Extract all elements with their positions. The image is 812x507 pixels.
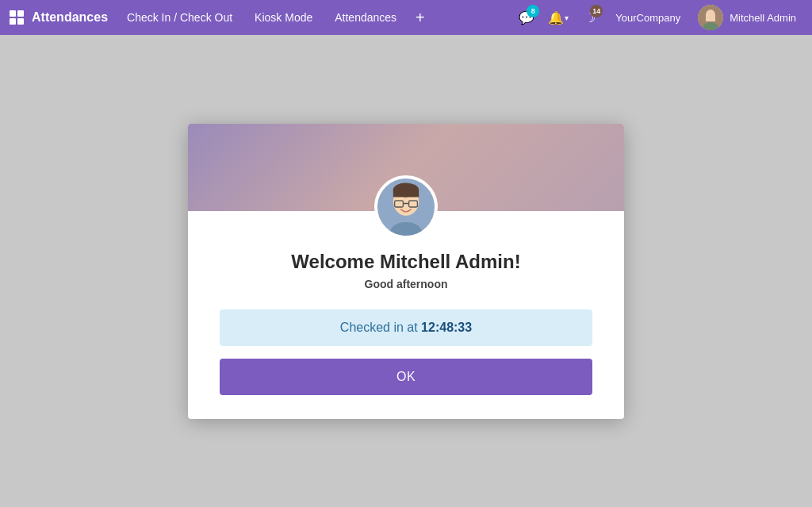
chat-icon-button[interactable]: 💬 8	[512, 3, 541, 32]
moon-badge: 14	[590, 5, 603, 17]
app-title: Attendances	[32, 10, 108, 25]
company-name[interactable]: YourCompany	[607, 12, 688, 24]
user-avatar	[374, 175, 438, 239]
moon-icon-button[interactable]: ☽ 14	[576, 3, 604, 32]
nav-logo[interactable]: Attendances	[10, 10, 108, 25]
bell-icon: 🔔	[548, 10, 564, 25]
navbar: Attendances Check In / Check Out Kiosk M…	[0, 0, 812, 35]
chevron-down-icon	[565, 13, 569, 22]
modal-body: Welcome Mitchell Admin! Good afternoon C…	[188, 211, 624, 419]
modal-header	[188, 124, 624, 211]
modal-card: Welcome Mitchell Admin! Good afternoon C…	[188, 124, 624, 419]
checkin-bar: Checked in at 12:48:33	[220, 309, 592, 346]
apps-icon	[10, 10, 24, 25]
ok-button[interactable]: OK	[220, 359, 592, 395]
checkin-prefix: Checked in at	[340, 321, 421, 334]
nav-checkin[interactable]: Check In / Check Out	[116, 0, 243, 35]
avatar	[698, 5, 723, 30]
welcome-subtitle: Good afternoon	[220, 278, 592, 290]
checkin-time: 12:48:33	[421, 321, 472, 334]
page-body: Welcome Mitchell Admin! Good afternoon C…	[0, 35, 812, 507]
username: Mitchell Admin	[730, 12, 796, 24]
nav-kiosk[interactable]: Kiosk Mode	[243, 0, 324, 35]
svg-rect-7	[393, 190, 419, 197]
user-menu[interactable]: Mitchell Admin	[691, 5, 802, 30]
nav-plus-button[interactable]: +	[408, 0, 433, 35]
welcome-title: Welcome Mitchell Admin!	[220, 251, 592, 273]
nav-icons: 💬 8 🔔 ☽ 14 YourCompany Mitchell Admin	[512, 3, 802, 32]
chat-badge: 8	[527, 5, 539, 17]
bell-icon-button[interactable]: 🔔	[544, 3, 573, 32]
svg-rect-3	[706, 15, 715, 21]
nav-attendances[interactable]: Attendances	[324, 0, 408, 35]
